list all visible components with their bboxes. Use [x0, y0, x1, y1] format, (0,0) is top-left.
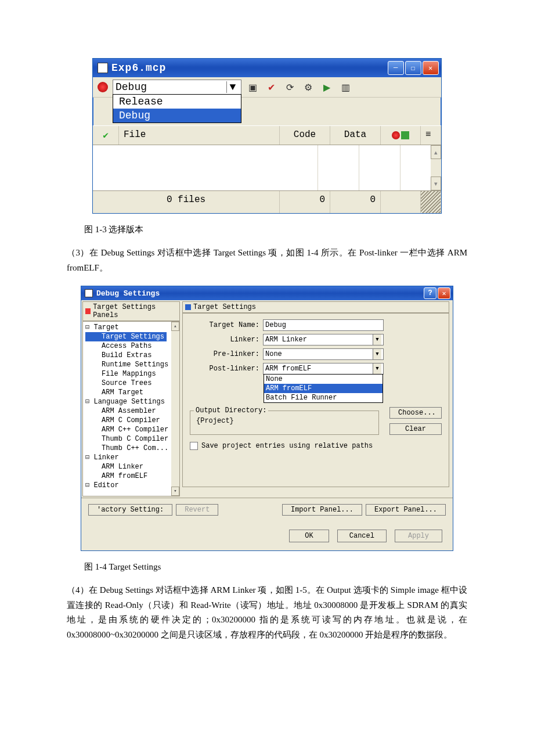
- app-icon: [85, 289, 93, 297]
- checkbox-icon: [190, 442, 198, 450]
- tree-item-arm-fromelf[interactable]: ARM fromELF: [85, 471, 179, 481]
- target-name-input[interactable]: [263, 319, 384, 331]
- scroll-down-icon[interactable]: ▾: [171, 487, 179, 496]
- output-dir-value: {Project}: [196, 417, 234, 425]
- prelinker-select[interactable]: None ▼: [263, 348, 384, 360]
- chevron-down-icon: ▼: [373, 363, 381, 374]
- linker-value: ARM Linker: [265, 336, 307, 344]
- import-panel-button[interactable]: Import Panel...: [282, 504, 362, 516]
- chevron-down-icon: ▼: [373, 334, 381, 345]
- tree-item-thumb-c[interactable]: Thumb C Compiler: [85, 434, 179, 444]
- resize-grip-icon[interactable]: [421, 191, 441, 213]
- header-menu-icon: ≡: [421, 126, 441, 145]
- caption-1-4: 图 1-4 Target Settings: [84, 561, 467, 573]
- right-panel-title-text: Target Settings: [193, 303, 256, 311]
- tree-group-editor[interactable]: Editor: [85, 481, 179, 490]
- scroll-up-icon[interactable]: ▴: [171, 322, 179, 331]
- postlinker-option-none[interactable]: None: [264, 375, 383, 384]
- tree-item-arm-linker[interactable]: ARM Linker: [85, 462, 179, 471]
- linker-select[interactable]: ARM Linker ▼: [263, 334, 384, 345]
- save-relative-checkbox[interactable]: Save project entries using relative path…: [190, 442, 442, 450]
- tree-item-target-settings[interactable]: Target Settings: [85, 332, 167, 341]
- mcp-toolbar: Debug ▼ Release Debug ▣ ✔ ⟳ ⚙ ▶ ▥: [93, 77, 441, 98]
- tree-item-arm-assembler[interactable]: ARM Assembler: [85, 406, 179, 416]
- build-option-debug[interactable]: Debug: [113, 109, 241, 123]
- panels-title-text: Target Settings Panels: [93, 303, 177, 319]
- target-flag-icon: [392, 131, 400, 139]
- revert-button[interactable]: Revert: [176, 504, 218, 516]
- tree-item-arm-c[interactable]: ARM C Compiler: [85, 416, 179, 425]
- tree-item-arm-cpp[interactable]: ARM C++ Compiler: [85, 425, 179, 434]
- header-flags: [381, 126, 421, 145]
- mcp-window: Exp6.mcp ─ ☐ ✕ Debug ▼ Release Debug ▣: [92, 58, 442, 214]
- right-panel-title: Target Settings: [182, 301, 449, 313]
- tree-scrollbar[interactable]: ▴ ▾: [171, 322, 179, 496]
- minimize-button[interactable]: ─: [388, 61, 404, 75]
- panel-button-bar: 'actory Setting: Revert Import Panel... …: [81, 498, 453, 521]
- build-target-select[interactable]: Debug ▼ Release Debug: [113, 80, 241, 95]
- postlinker-option-arm-fromelf[interactable]: ARM fromELF: [264, 384, 383, 393]
- ok-button[interactable]: OK: [289, 530, 329, 542]
- mcp-table-footer: 0 files 0 0: [93, 190, 441, 213]
- cancel-button[interactable]: Cancel: [337, 530, 387, 542]
- clear-button[interactable]: Clear: [389, 423, 442, 435]
- factory-settings-button[interactable]: 'actory Setting:: [88, 504, 172, 516]
- tree-item-access-paths[interactable]: Access Paths: [85, 341, 179, 351]
- postlinker-dropdown[interactable]: None ARM fromELF Batch File Runner: [264, 374, 383, 403]
- cube-icon: [185, 304, 191, 310]
- target-icon: [98, 82, 108, 92]
- vertical-scrollbar[interactable]: ▴ ▾: [431, 145, 441, 190]
- panels-title: Target Settings Panels: [82, 301, 180, 321]
- dialog-button-bar: OK Cancel Apply: [81, 521, 453, 550]
- play-icon[interactable]: ▶: [320, 81, 333, 93]
- header-data: Data: [330, 126, 381, 145]
- doc-flag-icon: [401, 131, 409, 139]
- debug-settings-title: Debug Settings: [96, 289, 160, 298]
- caption-1-3: 图 1-3 选择版本: [84, 224, 467, 235]
- export-panel-button[interactable]: Export Panel...: [366, 504, 446, 516]
- tree-item-runtime-settings[interactable]: Runtime Settings: [85, 360, 179, 369]
- postlinker-select[interactable]: ARM fromELF ▼ None ARM fromELF Batch Fil…: [263, 363, 384, 375]
- paragraph-3: （3）在 Debug Settings 对话框中选择 Target Settin…: [67, 246, 467, 275]
- scroll-down-icon[interactable]: ▾: [431, 177, 441, 190]
- settings-tree[interactable]: Target Target Settings Access Paths Buil…: [82, 321, 180, 496]
- prelinker-label: Pre-linker:: [190, 350, 263, 358]
- tree-item-arm-target[interactable]: ARM Target: [85, 388, 179, 397]
- build-target-current: Debug: [116, 81, 147, 93]
- header-file: File: [119, 126, 280, 145]
- scroll-up-icon[interactable]: ▴: [431, 145, 441, 159]
- apply-button[interactable]: Apply: [395, 530, 442, 542]
- build-option-release[interactable]: Release: [113, 95, 241, 109]
- build-target-dropdown[interactable]: Release Debug: [113, 94, 241, 123]
- close-button[interactable]: ✕: [438, 287, 450, 299]
- help-button[interactable]: ?: [424, 287, 436, 299]
- tree-item-file-mappings[interactable]: File Mappings: [85, 369, 179, 379]
- tree-group-target[interactable]: Target: [85, 323, 179, 332]
- build-icon[interactable]: ⟳: [283, 81, 296, 93]
- postlinker-option-batch[interactable]: Batch File Runner: [264, 393, 383, 402]
- footer-files: 0 files: [93, 191, 280, 213]
- tree-item-build-extras[interactable]: Build Extras: [85, 351, 179, 360]
- maximize-button[interactable]: ☐: [405, 61, 421, 75]
- linker-label: Linker:: [190, 336, 263, 344]
- app-icon: [98, 63, 108, 73]
- postlinker-label: Post-linker:: [190, 365, 263, 373]
- list-icon[interactable]: ▥: [339, 81, 352, 93]
- tree-item-thumb-cpp[interactable]: Thumb C++ Com...: [85, 444, 179, 453]
- postlinker-value: ARM fromELF: [265, 365, 311, 373]
- inspect-icon[interactable]: ▣: [246, 81, 259, 93]
- footer-code: 0: [280, 191, 330, 213]
- mcp-table-body: ▴ ▾: [93, 145, 441, 190]
- choose-button[interactable]: Choose...: [389, 407, 442, 419]
- run-config-icon[interactable]: ⚙: [302, 81, 315, 93]
- prelinker-value: None: [265, 350, 282, 358]
- tree-group-language[interactable]: Language Settings: [85, 397, 179, 406]
- output-dir-legend: Output Directory:: [194, 406, 268, 415]
- target-settings-form: Target Name: Linker: ARM Linker ▼ Pre-li…: [182, 313, 449, 487]
- header-code: Code: [280, 126, 330, 145]
- close-button[interactable]: ✕: [423, 61, 439, 75]
- tree-group-linker[interactable]: Linker: [85, 453, 179, 462]
- chevron-down-icon: ▼: [373, 349, 381, 359]
- tree-item-source-trees[interactable]: Source Trees: [85, 379, 179, 388]
- check-icon[interactable]: ✔: [265, 81, 277, 93]
